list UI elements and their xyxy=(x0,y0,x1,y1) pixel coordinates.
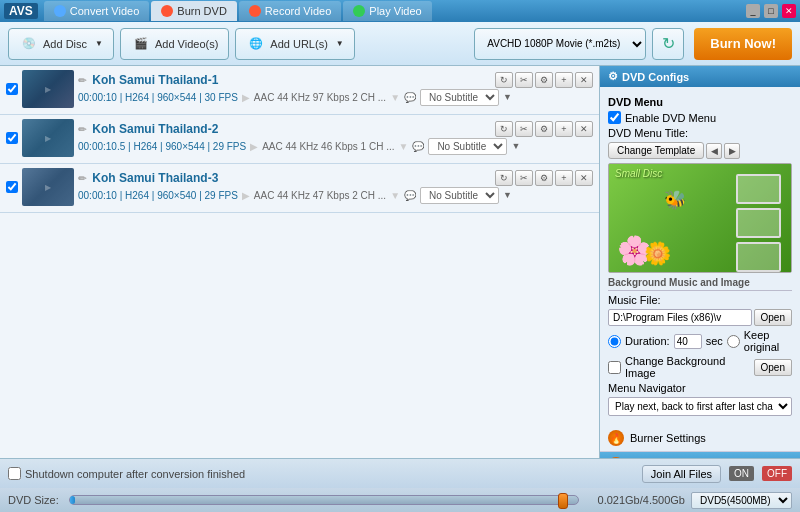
keep-original-radio[interactable] xyxy=(727,335,740,348)
off-button[interactable]: OFF xyxy=(762,466,792,481)
on-button[interactable]: ON xyxy=(729,466,754,481)
keep-original-label: Keep original xyxy=(744,329,792,353)
edit-icon-2: ✏ xyxy=(78,124,86,135)
menu-nav-select[interactable]: Play next, back to first after last chap… xyxy=(608,397,792,416)
dvd-frame-1 xyxy=(736,174,781,204)
file-thumbnail-1: ▶ xyxy=(22,70,74,108)
refresh-button[interactable]: ↻ xyxy=(652,28,684,60)
dvd-size-select[interactable]: DVD5(4500MB) xyxy=(691,492,792,509)
settings-button-2[interactable]: ⚙ xyxy=(535,121,553,137)
main-area: ▶ ✏ Koh Samui Thailand-1 00:00:10 | H264… xyxy=(0,66,800,458)
file-checkbox-1[interactable] xyxy=(6,83,18,95)
add-disc-arrow[interactable]: ▼ xyxy=(95,39,103,48)
change-template-row: Change Template ◀ ▶ xyxy=(608,142,792,159)
minimize-button[interactable]: _ xyxy=(746,4,760,18)
tab-burn-label: Burn DVD xyxy=(177,5,227,17)
video-icon: 🎬 xyxy=(131,34,151,54)
file-actions-3: ↻ ✂ ⚙ + ✕ xyxy=(495,170,593,186)
tab-record-label: Record Video xyxy=(265,5,331,17)
dvd-menu-label: DVD Menu xyxy=(608,96,663,108)
rotate-button-1[interactable]: ↻ xyxy=(495,72,513,88)
cut-button-1[interactable]: ✂ xyxy=(515,72,533,88)
add-button-3[interactable]: + xyxy=(555,170,573,186)
window-controls: _ □ ✕ xyxy=(746,4,796,18)
open-music-button[interactable]: Open xyxy=(754,309,792,326)
add-button-1[interactable]: + xyxy=(555,72,573,88)
file-checkbox-2[interactable] xyxy=(6,132,18,144)
panel-title: DVD Configs xyxy=(622,71,689,83)
basic-settings-item[interactable]: ⚙ Basic Settings xyxy=(600,452,800,458)
add-button-2[interactable]: + xyxy=(555,121,573,137)
cut-button-3[interactable]: ✂ xyxy=(515,170,533,186)
dvd-size-thumb[interactable] xyxy=(558,493,568,509)
subtitle-select-3[interactable]: No Subtitle xyxy=(420,187,499,204)
burn-button[interactable]: Burn Now! xyxy=(694,28,792,60)
file-item: ▶ ✏ Koh Samui Thailand-3 00:00:10 | H264… xyxy=(0,164,599,213)
menu-nav-label: Menu Navigator xyxy=(608,382,686,394)
add-url-button[interactable]: 🌐 Add URL(s) ▼ xyxy=(235,28,354,60)
prev-template-button[interactable]: ◀ xyxy=(706,143,722,159)
duration-label: Duration: xyxy=(625,335,670,347)
panel-header: ⚙ DVD Configs xyxy=(600,66,800,87)
next-template-button[interactable]: ▶ xyxy=(724,143,740,159)
dvd-size-label: DVD Size: xyxy=(8,494,63,506)
tab-record[interactable]: Record Video xyxy=(239,1,341,21)
burner-settings-item[interactable]: 🔥 Burner Settings xyxy=(600,425,800,452)
duration-radio[interactable] xyxy=(608,335,621,348)
shutdown-checkbox[interactable] xyxy=(8,467,21,480)
menu-title-row: DVD Menu Title: xyxy=(608,127,792,139)
open-bg-button[interactable]: Open xyxy=(754,359,792,376)
enable-dvd-menu-checkbox[interactable] xyxy=(608,111,621,124)
file-meta-1: 00:00:10 | H264 | 960×544 | 30 FPS ▶ AAC… xyxy=(78,89,593,106)
cut-button-2[interactable]: ✂ xyxy=(515,121,533,137)
dvd-frames xyxy=(736,174,781,272)
music-file-input[interactable] xyxy=(608,309,752,326)
close-button[interactable]: ✕ xyxy=(782,4,796,18)
tab-convert[interactable]: Convert Video xyxy=(44,1,150,21)
remove-button-3[interactable]: ✕ xyxy=(575,170,593,186)
dvd-frame-2 xyxy=(736,208,781,238)
rotate-button-3[interactable]: ↻ xyxy=(495,170,513,186)
file-actions-2: ↻ ✂ ⚙ + ✕ xyxy=(495,121,593,137)
subtitle-select-2[interactable]: No Subtitle xyxy=(428,138,507,155)
change-bg-checkbox[interactable] xyxy=(608,361,621,374)
sec-label: sec xyxy=(706,335,723,347)
add-videos-button[interactable]: 🎬 Add Video(s) xyxy=(120,28,229,60)
file-thumbnail-3: ▶ xyxy=(22,168,74,206)
play-icon xyxy=(353,5,365,17)
enable-dvd-menu-label: Enable DVD Menu xyxy=(625,112,716,124)
file-list: ▶ ✏ Koh Samui Thailand-1 00:00:10 | H264… xyxy=(0,66,600,458)
change-template-button[interactable]: Change Template xyxy=(608,142,704,159)
music-file-value-row: Open xyxy=(608,309,792,326)
dvd-configs-icon: ⚙ xyxy=(608,70,618,83)
add-disc-button[interactable]: 💿 Add Disc ▼ xyxy=(8,28,114,60)
app-logo: AVS xyxy=(4,3,38,19)
join-files-button[interactable]: Join All Files xyxy=(642,465,721,483)
disc-icon: 💿 xyxy=(19,34,39,54)
settings-button-3[interactable]: ⚙ xyxy=(535,170,553,186)
toolbar: 💿 Add Disc ▼ 🎬 Add Video(s) 🌐 Add URL(s)… xyxy=(0,22,800,66)
maximize-button[interactable]: □ xyxy=(764,4,778,18)
dvd-menu-row: DVD Menu xyxy=(608,96,792,108)
duration-input[interactable] xyxy=(674,334,702,349)
subtitle-select-1[interactable]: No Subtitle xyxy=(420,89,499,106)
add-url-arrow[interactable]: ▼ xyxy=(336,39,344,48)
right-panel: ⚙ DVD Configs DVD Menu Enable DVD Menu D… xyxy=(600,66,800,458)
settings-button-1[interactable]: ⚙ xyxy=(535,72,553,88)
tab-burn[interactable]: Burn DVD xyxy=(151,1,237,21)
remove-button-2[interactable]: ✕ xyxy=(575,121,593,137)
bee-decoration: 🐝 xyxy=(664,189,686,211)
record-icon xyxy=(249,5,261,17)
menu-nav-select-row: Play next, back to first after last chap… xyxy=(608,397,792,416)
file-checkbox-3[interactable] xyxy=(6,181,18,193)
add-videos-label: Add Video(s) xyxy=(155,38,218,50)
rotate-button-2[interactable]: ↻ xyxy=(495,121,513,137)
dvd-frame-3 xyxy=(736,242,781,272)
change-bg-row: Change Background Image Open xyxy=(608,355,792,379)
format-select[interactable]: AVCHD 1080P Movie (*.m2ts) xyxy=(474,28,646,60)
dvd-size-track xyxy=(69,495,579,505)
bg-music-section-header: Background Music and Image xyxy=(608,277,792,291)
tab-play[interactable]: Play Video xyxy=(343,1,431,21)
dvd-size-fill xyxy=(70,496,75,504)
remove-button-1[interactable]: ✕ xyxy=(575,72,593,88)
